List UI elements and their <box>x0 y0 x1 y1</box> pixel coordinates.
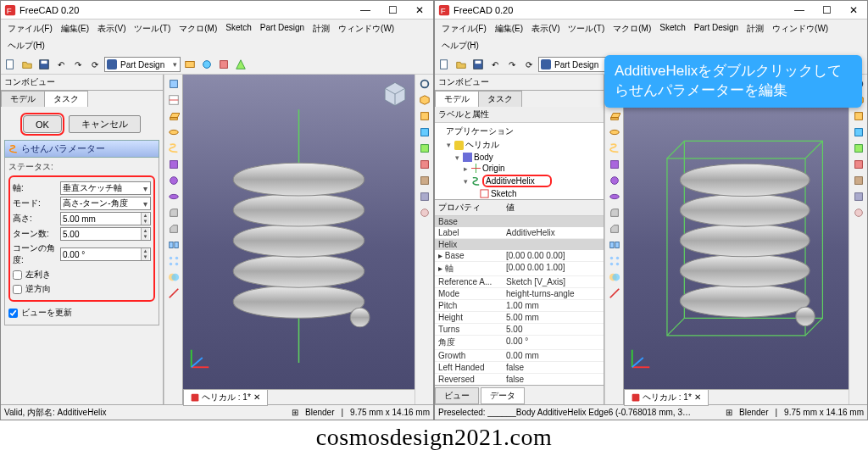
3d-view[interactable]: ヘリカル : 1* ✕ <box>182 75 415 404</box>
turns-input[interactable]: 5.00▲▼ <box>60 227 151 241</box>
view-right-icon[interactable] <box>417 141 432 156</box>
view-rear-icon[interactable] <box>417 157 432 172</box>
redo-icon[interactable]: ↷ <box>70 57 86 72</box>
pd-measure-icon[interactable] <box>166 286 181 301</box>
menu-windows[interactable]: ウィンドウ(W) <box>769 21 832 36</box>
prop-base[interactable]: [0.00 0.00 0.00] <box>503 250 604 261</box>
save-icon[interactable] <box>36 57 52 72</box>
tab-data[interactable]: データ <box>481 387 525 404</box>
tree-body[interactable]: ▾Body <box>437 152 602 163</box>
pd-revolve-icon[interactable] <box>166 125 181 140</box>
lefthand-checkbox[interactable]: 左利き <box>13 269 151 281</box>
pd-pad-icon[interactable] <box>607 108 622 124</box>
tree-additivehelix[interactable]: ▾ AdditiveHelix <box>437 174 602 188</box>
tree-document[interactable]: ▾ヘリカル <box>437 138 602 152</box>
view-right-icon[interactable] <box>851 141 866 156</box>
tb-extra-3[interactable] <box>216 57 231 72</box>
reversed-checkbox[interactable]: 逆方向 <box>13 283 151 295</box>
view-rear-icon[interactable] <box>851 157 866 172</box>
close-button[interactable]: ✕ <box>406 1 433 19</box>
maximize-button[interactable]: ☐ <box>379 1 406 19</box>
menu-help[interactable]: ヘルプ(H) <box>438 38 482 53</box>
tb-extra-1[interactable] <box>182 57 198 72</box>
model-tree[interactable]: アプリケーション ▾ヘリカル ▾Body ▸Origin ▾ AdditiveH… <box>435 123 604 199</box>
cancel-button[interactable]: キャンセル <box>69 115 141 133</box>
nav-style[interactable]: Blender <box>739 408 768 417</box>
prop-reversed[interactable]: false <box>503 374 604 385</box>
tab-model[interactable]: モデル <box>1 91 45 107</box>
prop-ref[interactable]: Sketch [V_Axis] <box>503 276 604 287</box>
pd-boolean-icon[interactable] <box>166 270 181 285</box>
pd-pattern-icon[interactable] <box>166 253 181 269</box>
helix-params-header[interactable]: らせんパラメーター <box>4 140 159 158</box>
nav-style-icon[interactable]: ⊞ <box>292 408 298 417</box>
pd-chamfer-icon[interactable] <box>166 221 181 236</box>
pd-mirror-icon[interactable] <box>607 237 622 253</box>
tree-application[interactable]: アプリケーション <box>437 125 602 138</box>
menu-edit[interactable]: 編集(E) <box>58 21 92 36</box>
menu-edit[interactable]: 編集(E) <box>492 21 526 36</box>
menu-partdesign[interactable]: Part Design <box>257 21 308 36</box>
menu-measure[interactable]: 計測 <box>309 21 333 36</box>
view-top-icon[interactable] <box>417 125 432 140</box>
menu-file[interactable]: ファイル(F) <box>438 21 490 36</box>
pd-groove-icon[interactable] <box>166 189 181 204</box>
pd-pocket-icon[interactable] <box>607 157 622 172</box>
workbench-selector[interactable]: Part Design <box>104 57 181 72</box>
pd-boolean-icon[interactable] <box>607 270 622 285</box>
menu-view[interactable]: 表示(V) <box>94 21 129 36</box>
axis-select[interactable]: 垂直スケッチ軸 <box>60 181 151 195</box>
view-bottom-icon[interactable] <box>851 173 866 188</box>
tab-task[interactable]: タスク <box>478 91 522 107</box>
tab-view[interactable]: ビュー <box>435 387 479 404</box>
menu-sketch[interactable]: Sketch <box>222 21 255 36</box>
view-top-icon[interactable] <box>851 125 866 140</box>
tab-model[interactable]: モデル <box>435 91 479 107</box>
tab-close-icon[interactable]: ✕ <box>253 392 260 402</box>
pd-new-sketch-icon[interactable] <box>166 92 181 108</box>
prop-label[interactable]: AdditiveHelix <box>503 227 604 238</box>
workbench-selector[interactable]: Part Design <box>538 57 615 72</box>
height-input[interactable]: 5.00 mm▲▼ <box>60 212 151 225</box>
nav-style[interactable]: Blender <box>305 408 334 417</box>
updateview-checkbox[interactable]: ビューを更新 <box>8 307 155 319</box>
mode-select[interactable]: 高さ-ターン-角度 <box>60 197 151 210</box>
menu-view[interactable]: 表示(V) <box>528 21 563 36</box>
view-left-icon[interactable] <box>417 189 432 204</box>
minimize-button[interactable]: — <box>786 1 813 19</box>
menu-measure[interactable]: 計測 <box>743 21 767 36</box>
tb-extra-4[interactable] <box>233 57 248 72</box>
document-tab[interactable]: ヘリカル : 1* ✕ <box>624 389 709 406</box>
refresh-icon[interactable]: ⟳ <box>521 57 537 72</box>
pd-pad-icon[interactable] <box>166 108 181 124</box>
pd-mirror-icon[interactable] <box>166 237 181 253</box>
view-fit-icon[interactable] <box>417 76 432 92</box>
menu-partdesign[interactable]: Part Design <box>691 21 742 36</box>
view-iso-icon[interactable] <box>417 92 432 108</box>
prop-axis[interactable]: [0.00 0.00 1.00] <box>503 262 604 275</box>
maximize-button[interactable]: ☐ <box>813 1 840 19</box>
menu-sketch[interactable]: Sketch <box>656 21 689 36</box>
new-doc-icon[interactable] <box>3 57 18 72</box>
menu-macro[interactable]: マクロ(M) <box>175 21 220 36</box>
tab-close-icon[interactable]: ✕ <box>694 392 701 402</box>
pd-create-body-icon[interactable] <box>166 76 181 92</box>
pd-chamfer-icon[interactable] <box>607 221 622 236</box>
open-icon[interactable] <box>453 57 469 72</box>
view-extra-icon[interactable] <box>417 205 432 220</box>
document-tab[interactable]: ヘリカル : 1* ✕ <box>183 389 268 406</box>
pd-groove-icon[interactable] <box>607 189 622 204</box>
prop-height[interactable]: 5.00 mm <box>503 312 604 323</box>
property-grid[interactable]: プロパティ値 Base LabelAdditiveHelix Helix ▸ B… <box>435 199 604 385</box>
menu-windows[interactable]: ウィンドウ(W) <box>335 21 398 36</box>
view-left-icon[interactable] <box>851 189 866 204</box>
ok-button[interactable]: OK <box>23 115 62 133</box>
menu-tool[interactable]: ツール(T) <box>565 21 608 36</box>
menu-macro[interactable]: マクロ(M) <box>609 21 654 36</box>
minimize-button[interactable]: — <box>352 1 379 19</box>
prop-mode[interactable]: height-turns-angle <box>503 288 604 299</box>
pd-helix-icon[interactable] <box>166 141 181 156</box>
tree-sketch[interactable]: Sketch <box>437 188 602 199</box>
tree-origin[interactable]: ▸Origin <box>437 163 602 174</box>
pd-revolve-icon[interactable] <box>607 125 622 140</box>
